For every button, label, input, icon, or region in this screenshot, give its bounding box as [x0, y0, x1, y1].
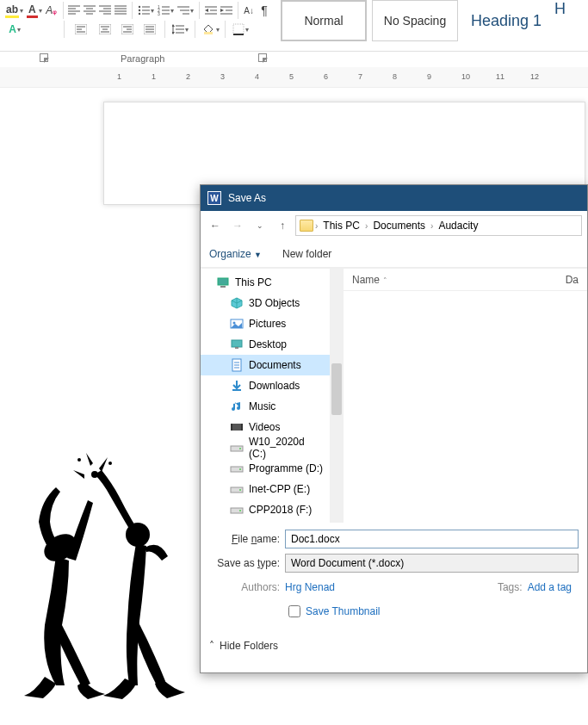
increase-indent-button[interactable] — [220, 2, 232, 19]
folder-icon — [300, 220, 313, 232]
ruler-mark — [238, 72, 238, 81]
ruler-mark — [479, 72, 480, 81]
tags-value[interactable]: Add a tag — [528, 581, 572, 593]
align-justify-button-2[interactable] — [140, 21, 159, 38]
svg-rect-73 — [232, 340, 242, 347]
align-center-button[interactable] — [84, 2, 96, 19]
paragraph-dialog-launcher[interactable] — [257, 52, 269, 65]
nav-back-button[interactable]: ← — [206, 216, 225, 235]
svg-rect-81 — [231, 424, 232, 431]
tree-item-label: Downloads — [249, 380, 300, 392]
tree-item-label: Desktop — [249, 338, 287, 350]
tree-item-inet-cpp-e-[interactable]: Inet-CPP (E:) — [201, 479, 330, 499]
decorative-figures — [9, 453, 211, 711]
clear-formatting-button[interactable]: Aᵩ — [46, 2, 58, 19]
organize-button[interactable]: Organize ▼ — [209, 248, 262, 260]
font-color-button[interactable]: A▾ — [27, 2, 42, 19]
ruler-mark: 2 — [186, 72, 187, 81]
tree-item-music[interactable]: Music — [201, 396, 330, 417]
authors-value[interactable]: Hrg Nenad — [285, 581, 335, 593]
align-left-button-2[interactable] — [70, 21, 92, 38]
align-center-button-2[interactable] — [96, 21, 115, 38]
svg-marker-59 — [172, 24, 175, 27]
ruler[interactable]: 1123456789101112 — [0, 67, 588, 88]
align-right-button[interactable] — [99, 2, 111, 19]
tree-item-label: Inet-CPP (E:) — [249, 483, 310, 495]
saveastype-select[interactable]: Word Document (*.docx) — [285, 554, 579, 573]
chevron-right-icon[interactable]: › — [365, 221, 368, 231]
chevron-right-icon[interactable]: › — [315, 221, 318, 231]
column-date[interactable]: Da — [557, 274, 587, 286]
breadcrumb-documents[interactable]: Documents — [369, 220, 429, 232]
tree-item-label: Pictures — [249, 318, 286, 330]
svg-rect-74 — [235, 347, 238, 349]
line-spacing-button[interactable]: ▾ — [170, 21, 189, 38]
dialog-titlebar[interactable]: W Save As — [201, 185, 587, 211]
pic-icon — [230, 317, 244, 331]
multilevel-list-button[interactable]: ▾ — [177, 2, 194, 19]
style-normal[interactable]: Normal — [281, 0, 367, 41]
file-list-header[interactable]: Name˄ Da — [344, 269, 587, 291]
tree-scrollbar[interactable] — [330, 269, 344, 523]
style-heading1[interactable]: Heading 1 — [463, 0, 549, 41]
ruler-mark — [169, 72, 170, 81]
breadcrumb-thispc[interactable]: This PC — [319, 220, 363, 232]
decrease-indent-button[interactable] — [205, 2, 217, 19]
tree-item-programme-d-[interactable]: Programme (D:) — [201, 458, 330, 479]
highlight-color-button[interactable]: ab▾ — [5, 2, 23, 19]
tree-item-cpp2018-f-[interactable]: CPP2018 (F:) — [201, 499, 330, 520]
column-name[interactable]: Name˄ — [344, 274, 557, 286]
align-right-button-2[interactable] — [118, 21, 137, 38]
sort-button[interactable]: A↓ — [243, 2, 255, 19]
vid-icon — [230, 420, 244, 434]
style-nospacing[interactable]: No Spacing — [372, 0, 458, 41]
borders-button[interactable]: ▾ — [231, 21, 250, 38]
desk-icon — [230, 338, 244, 351]
bullets-button[interactable]: ▾ — [138, 2, 154, 19]
ruler-mark: 10 — [461, 72, 462, 81]
tree-item-pictures[interactable]: Pictures — [201, 313, 330, 334]
style-heading2-partial[interactable]: H — [554, 0, 572, 18]
tree-item-this-pc[interactable]: This PC — [201, 272, 330, 293]
styles-gallery: Normal No Spacing Heading 1 H — [275, 0, 577, 41]
tree-item-label: 3D Objects — [249, 297, 300, 309]
show-marks-button[interactable]: ¶ — [258, 2, 270, 19]
music-icon — [230, 400, 244, 413]
ruler-mark — [341, 72, 342, 81]
cube-icon — [230, 296, 244, 310]
tree-item-3d-objects[interactable]: 3D Objects — [201, 293, 330, 313]
tags-label: Tags: — [498, 581, 523, 593]
folder-tree[interactable]: This PC3D ObjectsPicturesDesktopDocument… — [201, 269, 330, 523]
nav-forward-button[interactable]: → — [228, 216, 247, 235]
tree-item-videos[interactable]: Videos — [201, 417, 330, 437]
font-dialog-launcher[interactable] — [38, 52, 50, 65]
tree-item-desktop[interactable]: Desktop — [201, 334, 330, 355]
text-effects-button[interactable]: A▾ — [5, 21, 24, 38]
dialog-title: Save As — [228, 192, 266, 204]
file-list[interactable]: Name˄ Da — [344, 269, 587, 523]
new-folder-button[interactable]: New folder — [282, 248, 331, 260]
svg-marker-60 — [172, 32, 175, 34]
tree-item-documents[interactable]: Documents — [201, 355, 330, 375]
save-thumbnail-label[interactable]: Save Thumbnail — [306, 605, 381, 617]
tree-item-w10-2020d-c-[interactable]: W10_2020d (C:) — [201, 437, 330, 458]
chevron-right-icon[interactable]: › — [430, 221, 433, 231]
align-justify-button[interactable] — [115, 2, 127, 19]
word-icon: W — [207, 191, 221, 205]
nav-history-button[interactable]: ⌄ — [251, 216, 269, 235]
shading-button[interactable]: ▾ — [201, 21, 220, 38]
filename-input[interactable] — [285, 530, 579, 548]
filename-label: File name: — [209, 533, 285, 545]
save-thumbnail-checkbox[interactable] — [288, 605, 300, 617]
ruler-mark: 3 — [220, 72, 221, 81]
tree-item-downloads[interactable]: Downloads — [201, 375, 330, 396]
nav-up-button[interactable]: ↑ — [273, 216, 292, 235]
svg-point-88 — [239, 489, 241, 491]
address-bar[interactable]: › This PC › Documents › Audacity — [295, 215, 582, 236]
scrollbar-thumb[interactable] — [331, 363, 342, 415]
numbering-button[interactable]: 123▾ — [158, 2, 174, 19]
align-left-button[interactable] — [68, 2, 80, 19]
hide-folders-button[interactable]: ˄ Hide Folders — [209, 640, 579, 652]
dialog-toolbar: Organize ▼ New folder — [201, 240, 587, 268]
breadcrumb-audacity[interactable]: Audacity — [435, 220, 481, 232]
